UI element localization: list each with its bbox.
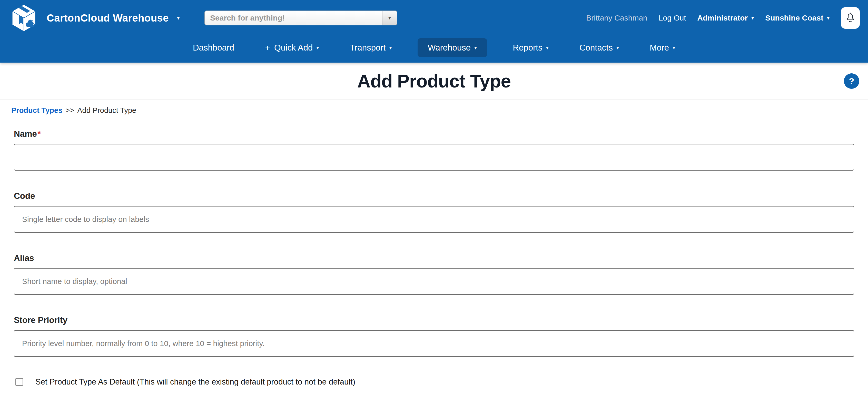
nav-item-contacts[interactable]: Contacts ▾ — [574, 38, 624, 57]
header-top-bar: CartonCloud Warehouse ▾ ▼ Brittany Cashm… — [0, 0, 868, 36]
field-group-code: Code — [14, 191, 854, 233]
chevron-down-icon: ▾ — [616, 45, 619, 50]
chevron-down-icon: ▾ — [751, 16, 754, 21]
chevron-down-icon: ▾ — [316, 45, 319, 50]
app-header: CartonCloud Warehouse ▾ ▼ Brittany Cashm… — [0, 0, 868, 63]
search-dropdown-button[interactable]: ▼ — [382, 11, 397, 25]
search-input[interactable] — [205, 11, 382, 25]
name-field[interactable] — [14, 144, 854, 171]
store-priority-label: Store Priority — [14, 315, 854, 325]
logout-link[interactable]: Log Out — [659, 13, 686, 22]
chevron-down-icon: ▾ — [390, 45, 392, 50]
field-group-alias: Alias — [14, 253, 854, 295]
header-user-area: Brittany Cashman Log Out Administrator ▾… — [586, 7, 860, 29]
add-product-type-form: Name* Code Alias Store Priority Set Prod… — [14, 129, 854, 393]
brand-menu[interactable]: CartonCloud Warehouse ▾ — [7, 3, 180, 33]
nav-item-transport[interactable]: Transport ▾ — [345, 38, 397, 57]
chevron-down-icon: ▾ — [546, 45, 549, 50]
breadcrumb-link-product-types[interactable]: Product Types — [11, 106, 62, 115]
chevron-down-icon: ▾ — [673, 45, 675, 50]
field-group-name: Name* — [14, 129, 854, 171]
chevron-down-icon: ▾ — [827, 16, 830, 21]
field-group-store-priority: Store Priority — [14, 315, 854, 357]
default-checkbox-row: Set Product Type As Default (This will c… — [16, 377, 854, 387]
nav-item-dashboard[interactable]: Dashboard — [188, 38, 239, 57]
plus-icon: + — [265, 43, 270, 53]
bell-icon — [845, 12, 856, 24]
breadcrumb-current: Add Product Type — [77, 106, 136, 115]
breadcrumb: Product Types >> Add Product Type — [0, 100, 868, 115]
set-default-checkbox[interactable] — [16, 378, 23, 386]
location-label: Sunshine Coast — [765, 13, 824, 22]
nav-item-warehouse[interactable]: Warehouse ▾ — [417, 38, 487, 57]
chevron-down-icon: ▾ — [177, 15, 180, 21]
caret-down-icon: ▼ — [387, 16, 392, 21]
required-asterisk: * — [37, 129, 41, 139]
set-default-label: Set Product Type As Default (This will c… — [35, 377, 355, 387]
nav-item-quick-add[interactable]: + Quick Add ▾ — [260, 38, 324, 57]
help-button[interactable]: ? — [844, 73, 859, 89]
name-label: Name* — [14, 129, 854, 139]
user-name: Brittany Cashman — [586, 13, 647, 22]
code-field[interactable] — [14, 206, 854, 233]
brand-title: CartonCloud Warehouse — [47, 12, 169, 24]
alias-label: Alias — [14, 253, 854, 263]
page-title-band: Add Product Type ? — [0, 63, 868, 100]
alias-field[interactable] — [14, 268, 854, 295]
notifications-button[interactable] — [841, 7, 860, 29]
main-nav: Dashboard + Quick Add ▾ Transport ▾ Ware… — [0, 36, 868, 63]
store-priority-field[interactable] — [14, 330, 854, 357]
breadcrumb-separator: >> — [65, 106, 74, 115]
chevron-down-icon: ▾ — [474, 45, 477, 50]
cartoncloud-logo — [7, 3, 40, 33]
nav-item-more[interactable]: More ▾ — [645, 38, 680, 57]
role-label: Administrator — [698, 13, 748, 22]
location-menu[interactable]: Sunshine Coast ▾ — [765, 13, 830, 22]
role-menu[interactable]: Administrator ▾ — [698, 13, 754, 22]
code-label: Code — [14, 191, 854, 201]
nav-item-reports[interactable]: Reports ▾ — [507, 38, 554, 57]
global-search: ▼ — [205, 10, 397, 25]
page-title: Add Product Type — [357, 70, 511, 92]
